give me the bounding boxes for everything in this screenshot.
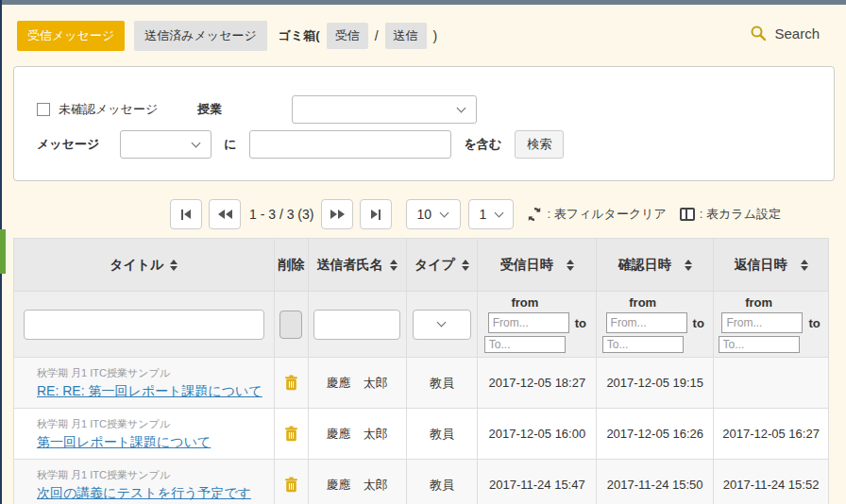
- message-field-select[interactable]: [120, 130, 212, 159]
- chevron-down-icon: [440, 208, 449, 217]
- received-to-input[interactable]: [484, 336, 566, 353]
- header-confirmed[interactable]: 確認日時: [597, 239, 714, 291]
- table-columns-icon: [680, 208, 695, 221]
- table-header-row: タイトル 削除 送信者氏名 タイプ 受信日時 確認日時 返信日時: [14, 239, 829, 292]
- trash-received-button[interactable]: 受信: [327, 23, 368, 49]
- title-filter-cell: [14, 292, 275, 357]
- course-label: 秋学期 月1 ITC授業サンプル: [37, 366, 170, 380]
- sender-cell: 慶應 太郎: [309, 460, 407, 504]
- header-delete: 削除: [275, 239, 309, 291]
- refresh-icon: [527, 207, 542, 222]
- prev-page-icon: [226, 210, 232, 219]
- sender-cell: 慶應 太郎: [309, 358, 407, 408]
- sender-filter-input[interactable]: [313, 310, 400, 340]
- table-row: 秋学期 月1 ITC授業サンプル RE: RE: 第一回レポート課題について 慶…: [14, 358, 829, 409]
- window-top-edge: [0, 0, 846, 5]
- from-label: from: [745, 295, 772, 310]
- unconfirmed-checkbox[interactable]: [37, 103, 50, 116]
- page-size-select[interactable]: 10: [406, 199, 461, 229]
- sort-icon[interactable]: [390, 260, 398, 271]
- delete-cell: [275, 409, 309, 459]
- delete-filter-button[interactable]: [279, 311, 302, 339]
- last-page-icon: [371, 210, 378, 219]
- trash-icon[interactable]: [284, 477, 298, 493]
- header-replied[interactable]: 返信日時: [714, 239, 829, 291]
- unconfirmed-label: 未確認メッセージ: [59, 101, 158, 118]
- search-button[interactable]: Search: [750, 25, 820, 42]
- page-number-select[interactable]: 1: [468, 199, 514, 229]
- trash-icon[interactable]: [284, 426, 298, 442]
- replied-date-filter: from to: [714, 292, 829, 357]
- last-page-icon: [379, 210, 381, 220]
- page-number-value: 1: [479, 207, 486, 222]
- trash-icon[interactable]: [284, 375, 298, 391]
- message-link[interactable]: 次回の講義にテストを行う予定です: [37, 485, 251, 502]
- header-sender-label: 送信者氏名: [317, 257, 383, 274]
- message-link[interactable]: 第一回レポート課題について: [37, 434, 211, 451]
- type-filter-select[interactable]: [413, 310, 471, 340]
- header-type[interactable]: タイプ: [407, 239, 479, 291]
- replied-to-input[interactable]: [719, 336, 800, 353]
- page-size-value: 10: [416, 207, 431, 222]
- message-link[interactable]: RE: RE: 第一回レポート課題について: [37, 383, 262, 400]
- class-select[interactable]: [292, 95, 477, 124]
- table-row: 秋学期 月1 ITC授業サンプル 第一回レポート課題について 慶應 太郎 教員 …: [14, 409, 829, 460]
- tab-sent-messages[interactable]: 送信済みメッセージ: [134, 21, 267, 51]
- type-cell: 教員: [407, 409, 479, 459]
- confirmed-from-input[interactable]: [606, 312, 687, 333]
- header-title-label: タイトル: [110, 257, 163, 274]
- trash-separator: /: [375, 28, 379, 43]
- from-label: from: [629, 295, 656, 310]
- clear-table-filter-control[interactable]: : 表フィルタークリア: [527, 206, 666, 223]
- received-cell: 2017-12-05 18:27: [478, 358, 597, 408]
- green-edge-strip: [0, 229, 6, 274]
- sender-filter-cell: [309, 292, 407, 357]
- sort-icon[interactable]: [567, 260, 574, 271]
- type-cell: 教員: [407, 460, 479, 504]
- received-from-input[interactable]: [488, 312, 569, 333]
- messages-table: タイトル 削除 送信者氏名 タイプ 受信日時 確認日時 返信日時: [13, 238, 829, 504]
- from-label: from: [511, 295, 538, 310]
- sort-icon[interactable]: [685, 260, 692, 271]
- header-received-label: 受信日時: [500, 257, 553, 274]
- prev-page-icon: [218, 210, 225, 219]
- page-range-label: 1 - 3 / 3 (3): [249, 207, 313, 222]
- chevron-down-icon: [192, 138, 201, 147]
- sort-icon[interactable]: [801, 260, 808, 271]
- tab-received-messages[interactable]: 受信メッセージ: [17, 21, 125, 51]
- header-sender[interactable]: 送信者氏名: [309, 239, 407, 291]
- title-filter-input[interactable]: [24, 310, 264, 340]
- type-cell: 教員: [407, 358, 479, 408]
- message-label: メッセージ: [37, 136, 99, 153]
- message-keyword-input[interactable]: [249, 130, 451, 159]
- next-page-button[interactable]: [321, 199, 353, 229]
- mailbox-tabs: 受信メッセージ 送信済みメッセージ ゴミ箱( 受信 / 送信 ): [17, 21, 437, 51]
- replied-from-input[interactable]: [721, 312, 803, 333]
- sort-icon[interactable]: [462, 260, 469, 271]
- sort-icon[interactable]: [170, 260, 178, 271]
- chevron-down-icon: [437, 318, 447, 328]
- first-page-button[interactable]: [170, 199, 202, 229]
- column-settings-control[interactable]: : 表カラム設定: [680, 206, 781, 223]
- to-label: to: [575, 316, 586, 330]
- received-cell: 2017-11-24 15:47: [478, 460, 597, 504]
- chevron-down-icon: [495, 208, 504, 217]
- filter-row-2: メッセージ に を含む 検索: [37, 130, 811, 159]
- class-label: 授業: [197, 101, 222, 118]
- table-filter-row: from to from to from to: [14, 292, 829, 358]
- first-page-icon: [181, 210, 183, 220]
- contains-label: を含む: [465, 136, 502, 153]
- header-received[interactable]: 受信日時: [478, 239, 597, 291]
- last-page-button[interactable]: [360, 199, 392, 229]
- search-submit-button[interactable]: 検索: [515, 130, 564, 159]
- course-label: 秋学期 月1 ITC授業サンプル: [37, 417, 170, 431]
- clear-table-filter-label: : 表フィルタークリア: [547, 206, 666, 223]
- ni-label: に: [224, 136, 236, 153]
- trash-sent-button[interactable]: 送信: [385, 23, 427, 49]
- header-title[interactable]: タイトル: [14, 239, 275, 291]
- prev-page-button[interactable]: [209, 199, 241, 229]
- received-date-filter: from to: [478, 292, 597, 357]
- confirmed-to-input[interactable]: [602, 336, 684, 353]
- confirmed-cell: 2017-12-05 16:26: [597, 409, 714, 459]
- trash-tab-group: ゴミ箱( 受信 / 送信 ): [279, 23, 438, 49]
